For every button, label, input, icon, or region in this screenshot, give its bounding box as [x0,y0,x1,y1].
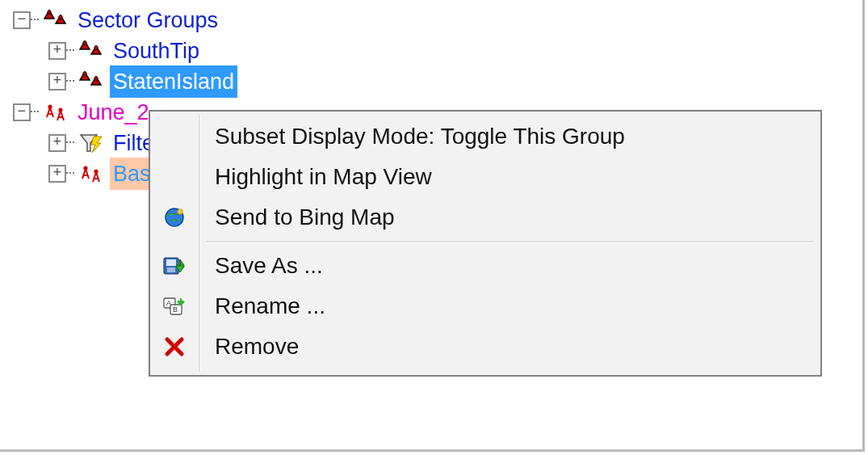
tree-connector [31,111,39,114]
svg-rect-21 [166,259,176,266]
filter-bolt-icon [78,131,107,155]
svg-point-5 [83,41,86,44]
save-icon [150,255,199,277]
svg-point-17 [94,170,97,172]
svg-point-12 [48,105,51,107]
tree-row-statenisland[interactable]: + StatenIsland [13,66,237,97]
context-menu: Subset Display Mode: Toggle This Group H… [149,110,822,377]
menu-item-label: Send to Bing Map [199,204,395,230]
tree-row-southtip[interactable]: + SouthTip [13,36,237,66]
svg-point-11 [94,77,98,80]
svg-point-19 [178,209,182,214]
remove-icon [150,336,199,357]
svg-point-13 [59,108,61,111]
svg-marker-15 [91,137,102,153]
antenna-group-icon [42,100,71,124]
expander-plus-icon[interactable]: + [48,134,66,152]
tree-label-selected: StatenIsland [110,65,237,98]
tree-connector [66,172,74,175]
menu-item-subset-display-mode[interactable]: Subset Display Mode: Toggle This Group [150,116,820,157]
expander-minus-icon[interactable]: − [13,11,31,29]
menu-item-send-to-bing-map[interactable]: Send to Bing Map [150,197,820,238]
sector-group-icon [78,70,107,94]
menu-item-remove[interactable]: Remove [150,327,820,367]
tree-connector [66,141,74,145]
menu-item-save-as[interactable]: Save As ... [150,246,820,286]
menu-separator [207,241,814,242]
menu-item-label: Subset Display Mode: Toggle This Group [199,124,625,150]
svg-point-16 [84,166,86,169]
menu-item-highlight-map-view[interactable]: Highlight in Map View [150,157,820,197]
tree-panel: − Sector Groups + [0,0,865,452]
svg-point-1 [48,11,51,14]
tree-connector [66,80,74,83]
tree-label: SouthTip [110,36,203,66]
svg-point-3 [59,15,62,19]
tree-label: Sector Groups [74,5,221,36]
menu-item-label: Highlight in Map View [199,164,432,190]
svg-text:B: B [173,305,178,314]
menu-item-rename[interactable]: A B Rename ... [150,286,820,327]
sector-group-icon [78,39,107,63]
expander-plus-icon[interactable]: + [48,165,66,183]
tree-row-sector-groups[interactable]: − Sector Groups [13,5,237,36]
menu-item-label: Save As ... [199,253,323,279]
expander-minus-icon[interactable]: − [13,103,31,121]
tree-label: June_2 [74,97,153,128]
globe-icon [150,206,199,229]
menu-item-label: Remove [199,334,299,360]
tree-connector [31,19,39,22]
tree-connector [66,49,74,53]
svg-point-9 [83,72,86,75]
rename-icon: A B [150,295,199,318]
svg-rect-22 [167,268,175,272]
menu-item-label: Rename ... [199,293,325,319]
expander-plus-icon[interactable]: + [48,42,66,60]
sector-group-icon [42,8,71,32]
svg-point-7 [94,46,98,49]
expander-plus-icon[interactable]: + [48,73,66,91]
antenna-group-icon [78,162,107,186]
